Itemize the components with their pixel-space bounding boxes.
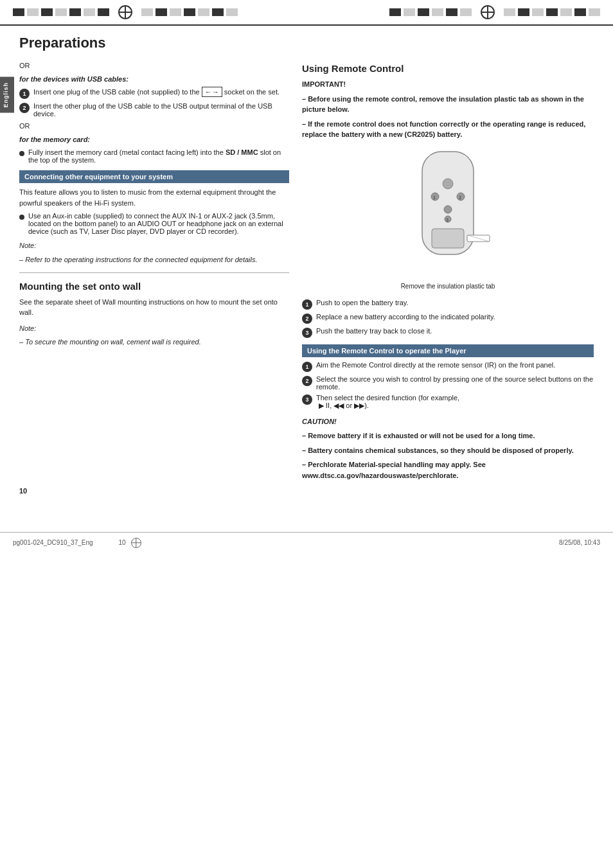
battery-step3-text: Push the battery tray back to close it. bbox=[316, 327, 432, 335]
svg-rect-1 bbox=[432, 229, 464, 248]
wall-desc-text: See the separate sheet of Wall mounting … bbox=[19, 297, 289, 318]
illustration-label: Remove the insulation plastic tab bbox=[302, 281, 594, 291]
usb-heading: for the devices with USB cables: bbox=[19, 74, 289, 85]
bar-block-6 bbox=[84, 8, 95, 16]
page-content: Preparations OR for the devices with USB… bbox=[0, 26, 613, 519]
aux-cable-text: Use an Aux-in cable (supplied) to connec… bbox=[28, 212, 289, 235]
bottom-bar-left: pg001-024_DC910_37_Eng bbox=[13, 539, 93, 546]
memory-card-text: Fully insert the memory card (metal cont… bbox=[28, 148, 289, 164]
right-column: Using Remote Control IMPORTANT! – Before… bbox=[302, 60, 594, 486]
battery-badge-3: 3 bbox=[302, 328, 312, 338]
top-bar-left-blocks bbox=[13, 5, 238, 19]
top-decorative-bar bbox=[0, 0, 613, 26]
caution-text-2: – Battery contains chemical substances, … bbox=[302, 445, 594, 456]
bar-block-10 bbox=[170, 8, 181, 16]
bar-block-r4 bbox=[432, 8, 443, 16]
bottom-bar: pg001-024_DC910_37_Eng 10 8/25/08, 10:43 bbox=[0, 532, 613, 553]
left-column: OR for the devices with USB cables: 1 In… bbox=[19, 60, 289, 486]
battery-step2-text: Replace a new battery according to the i… bbox=[316, 313, 495, 321]
or-text-2: OR bbox=[19, 121, 289, 132]
connect-section-header: Connecting other equipment to your syste… bbox=[19, 170, 289, 183]
battery-step1-text: Push to open the battery tray. bbox=[316, 299, 409, 306]
operate-step1-text: Aim the Remote Control directly at the r… bbox=[316, 361, 555, 369]
bar-block-r12 bbox=[574, 8, 586, 16]
bar-block-7 bbox=[98, 8, 109, 16]
aux-cable-item: Use an Aux-in cable (supplied) to connec… bbox=[19, 212, 289, 235]
bar-block-4 bbox=[55, 8, 67, 16]
page-number: 10 bbox=[19, 486, 594, 497]
operate-badge-1: 1 bbox=[302, 362, 312, 372]
operate-step3b-text: ▶ II, ◀◀ or ▶▶). bbox=[319, 402, 369, 409]
note-label-2: Note: bbox=[19, 323, 289, 334]
bar-block-r5 bbox=[446, 8, 458, 16]
bar-block-r10 bbox=[546, 8, 558, 16]
step-badge-2: 2 bbox=[19, 103, 30, 113]
bar-block-r8 bbox=[518, 8, 529, 16]
bullet-icon bbox=[19, 151, 24, 156]
wall-note: Note: – To secure the mounting on wall, … bbox=[19, 323, 289, 348]
note-label-1: Note: bbox=[19, 240, 289, 251]
important-text-2: – If the remote control does not functio… bbox=[302, 119, 594, 140]
operate-badge-2: 2 bbox=[302, 376, 312, 386]
bar-block-5 bbox=[69, 8, 81, 16]
battery-badge-2: 2 bbox=[302, 314, 312, 324]
operate-badge-3: 3 bbox=[302, 394, 312, 405]
two-column-layout: OR for the devices with USB cables: 1 In… bbox=[19, 60, 594, 486]
memory-card-item: Fully insert the memory card (metal cont… bbox=[19, 148, 289, 164]
bar-block-14 bbox=[226, 8, 238, 16]
caution-label: CAUTION! bbox=[302, 416, 594, 427]
battery-step-2: 2 Replace a new battery according to the… bbox=[302, 313, 594, 324]
bar-block-r11 bbox=[560, 8, 572, 16]
operate-step2-text: Select the source you wish to control by… bbox=[316, 375, 594, 391]
operate-section-header: Using the Remote Control to operate the … bbox=[302, 344, 594, 357]
bar-block-r13 bbox=[589, 8, 600, 16]
usb-step-2: 2 Insert the other plug of the USB cable… bbox=[19, 102, 289, 118]
usb-step-1: 1 Insert one plug of the USB cable (not … bbox=[19, 88, 289, 99]
caution-block: CAUTION! – Remove battery if it is exhau… bbox=[302, 416, 594, 481]
bar-block-8 bbox=[141, 8, 153, 16]
remote-control-heading: Using Remote Control bbox=[302, 63, 594, 74]
bottom-bar-center: 10 bbox=[119, 539, 126, 546]
bar-block-2 bbox=[27, 8, 39, 16]
bar-block-12 bbox=[198, 8, 209, 16]
svg-text:3: 3 bbox=[446, 218, 449, 222]
note-text-2: – To secure the mounting on wall, cement… bbox=[19, 337, 289, 347]
bullet-icon-2 bbox=[19, 215, 24, 220]
bar-block-r3 bbox=[418, 8, 429, 16]
remote-illustration-container: 1 2 3 Remove the insulation plastic tab bbox=[302, 145, 594, 291]
remote-illustration-svg: 1 2 3 bbox=[384, 145, 512, 287]
bar-block-r1 bbox=[389, 8, 401, 16]
bar-block-13 bbox=[212, 8, 224, 16]
svg-text:1: 1 bbox=[433, 195, 436, 200]
bar-block-r7 bbox=[504, 8, 515, 16]
bar-block-9 bbox=[155, 8, 167, 16]
divider-1 bbox=[19, 272, 289, 273]
bar-block-r6 bbox=[460, 8, 472, 16]
connect-desc-text: This feature allows you to listen to mus… bbox=[19, 187, 289, 208]
usb-step1-text: Insert one plug of the USB cable (not su… bbox=[33, 88, 280, 96]
note-text-1: – Refer to the operating instructions fo… bbox=[19, 255, 289, 265]
bottom-crosshair-icon bbox=[131, 538, 141, 548]
usb-step2-text: Insert the other plug of the USB cable t… bbox=[33, 102, 289, 118]
important-text-1: – Before using the remote control, remov… bbox=[302, 94, 594, 115]
operate-step-2: 2 Select the source you wish to control … bbox=[302, 375, 594, 391]
bar-block-r2 bbox=[404, 8, 415, 16]
bar-block-11 bbox=[184, 8, 195, 16]
top-bar-right-blocks bbox=[389, 5, 600, 19]
page-title: Preparations bbox=[19, 35, 594, 51]
mounting-heading: Mounting the set onto wall bbox=[19, 281, 289, 292]
memory-heading: for the memory card: bbox=[19, 134, 289, 145]
battery-step-3: 3 Push the battery tray back to close it… bbox=[302, 327, 594, 338]
caution-text-1: – Remove battery if it is exhausted or w… bbox=[302, 430, 594, 441]
bar-block-r9 bbox=[532, 8, 544, 16]
bottom-bar-right: 8/25/08, 10:43 bbox=[559, 539, 600, 546]
svg-point-5 bbox=[444, 206, 452, 213]
bar-block-1 bbox=[13, 8, 24, 16]
crosshair-icon-right bbox=[481, 5, 495, 19]
operate-step3-text: Then select the desired function (for ex… bbox=[316, 394, 459, 410]
battery-badge-1: 1 bbox=[302, 299, 312, 310]
step-badge-1: 1 bbox=[19, 89, 30, 99]
or-text-1: OR bbox=[19, 60, 289, 71]
operate-step-1: 1 Aim the Remote Control directly at the… bbox=[302, 361, 594, 372]
svg-text:2: 2 bbox=[459, 195, 461, 200]
